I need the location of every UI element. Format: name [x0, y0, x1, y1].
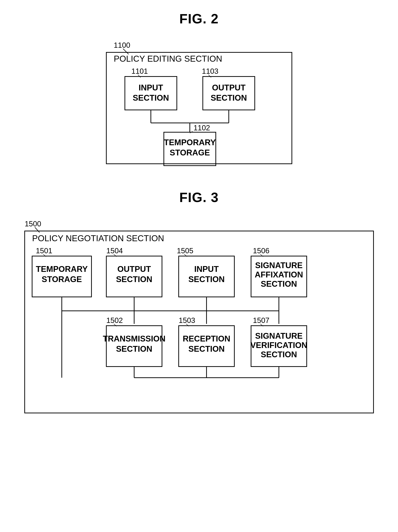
fig2-temp-label2: STORAGE [170, 148, 210, 157]
fig3-sigaff-label2: AFFIXATION [255, 270, 303, 279]
fig2-input-label1: INPUT [139, 83, 163, 92]
fig2-temp-label1: TEMPORARY [164, 138, 216, 147]
fig2-input-label2: SECTION [133, 93, 169, 102]
fig3-ref-1505: 1505 [177, 247, 193, 255]
svg-line-0 [123, 49, 129, 54]
fig3-trans-label1: TRANSMISSION [103, 334, 165, 343]
fig3-temp-label2: STORAGE [42, 275, 82, 284]
fig3-sigver-label3: SECTION [261, 350, 297, 359]
fig2-ref-1100: 1100 [114, 41, 130, 49]
fig3-input-label1: INPUT [194, 264, 219, 273]
page: FIG. 2 1100 POLICY EDITING SECTION 1101 … [0, 0, 398, 532]
fig3-ref-1502: 1502 [106, 316, 123, 324]
fig3-ref-1504: 1504 [106, 247, 123, 255]
fig2-ref-1101: 1101 [131, 67, 148, 75]
fig3-recep-label2: SECTION [188, 344, 225, 353]
fig3-section: FIG. 3 1500 POLICY NEGOTIATION SECTION 1… [15, 190, 383, 420]
fig3-ref-1503: 1503 [179, 316, 195, 324]
fig3-diagram: 1500 POLICY NEGOTIATION SECTION 1501 150… [15, 216, 383, 420]
fig3-sigver-label2: VERIFICATION [250, 341, 307, 350]
fig3-sigver-label1: SIGNATURE [255, 331, 303, 340]
fig3-ref-1500: 1500 [25, 220, 41, 228]
fig2-title: FIG. 2 [15, 11, 383, 26]
fig3-outer-label: POLICY NEGOTIATION SECTION [32, 234, 164, 243]
svg-line-12 [35, 227, 39, 233]
fig2-diagram: 1100 POLICY EDITING SECTION 1101 1103 IN… [88, 38, 311, 167]
fig3-sigaff-label1: SIGNATURE [255, 261, 303, 270]
fig2-outer-label: POLICY EDITING SECTION [114, 54, 222, 63]
fig2-output-label2: SECTION [211, 93, 247, 102]
fig2-ref-1103: 1103 [202, 67, 218, 75]
fig3-sigaff-label3: SECTION [261, 279, 297, 288]
fig2-section: FIG. 2 1100 POLICY EDITING SECTION 1101 … [15, 11, 383, 167]
fig3-ref-1506: 1506 [253, 247, 269, 255]
fig3-trans-label2: SECTION [116, 344, 152, 353]
fig2-ref-1102: 1102 [193, 124, 210, 132]
fig3-ref-1501: 1501 [36, 247, 52, 255]
fig3-ref-1507: 1507 [253, 316, 269, 324]
fig3-title: FIG. 3 [15, 190, 383, 205]
fig2-output-label1: OUTPUT [212, 83, 245, 92]
fig3-output-label1: OUTPUT [117, 264, 151, 273]
svg-rect-13 [25, 231, 373, 413]
fig3-recep-label1: RECEPTION [183, 334, 230, 343]
fig3-output-label2: SECTION [116, 275, 152, 284]
fig3-input-label2: SECTION [188, 275, 225, 284]
fig3-temp-label1: TEMPORARY [36, 264, 88, 273]
